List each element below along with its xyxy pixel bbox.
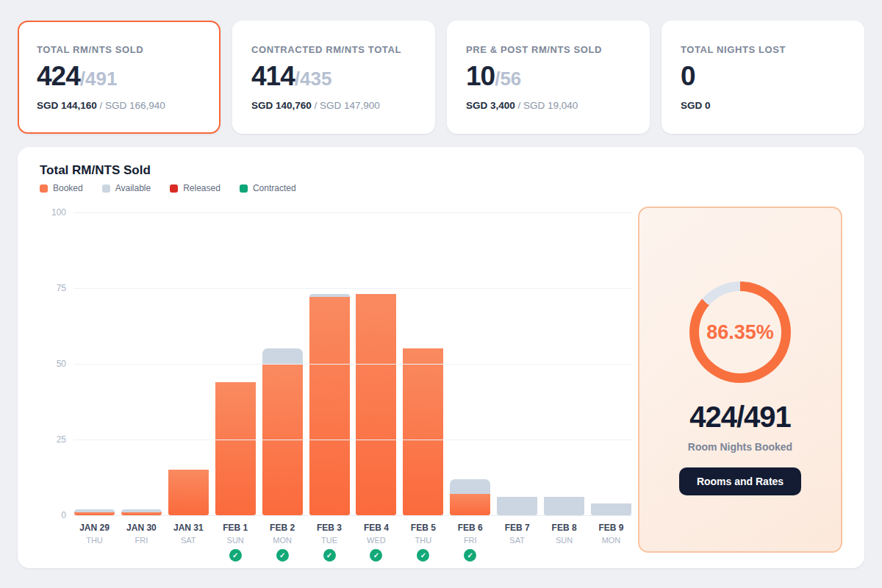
- kpi-sgd-line: SGD 140,760 / SGD 147,900: [251, 100, 416, 111]
- legend-item-released[interactable]: Released: [170, 183, 220, 193]
- bar-column-jan-29[interactable]: [74, 509, 115, 515]
- x-weekday-label: SAT: [497, 536, 537, 545]
- kpi-title: TOTAL NIGHTS LOST: [681, 44, 845, 55]
- legend-item-booked[interactable]: Booked: [40, 183, 83, 193]
- bar-column-feb-3[interactable]: [309, 294, 350, 515]
- x-weekday-label: SUN: [215, 536, 256, 545]
- bar-column-feb-6[interactable]: [450, 479, 490, 515]
- booked-bar-segment: [309, 297, 350, 515]
- kpi-sgd-secondary: / SGD 166,940: [97, 100, 165, 111]
- confirmed-check-icon: ✓: [276, 549, 289, 562]
- occupancy-donut-chart: 86.35%: [689, 282, 791, 383]
- donut-hole: 86.35%: [699, 291, 781, 373]
- x-date-label: FEB 6: [450, 523, 490, 533]
- legend-swatch-icon: [170, 184, 178, 193]
- kpi-total-value: /56: [495, 69, 521, 88]
- legend-label: Contracted: [253, 183, 296, 193]
- kpi-sgd-secondary: / SGD 19,040: [515, 100, 578, 111]
- kpi-total-value: /491: [80, 69, 118, 88]
- gridline: [74, 288, 632, 289]
- booked-bar-segment: [450, 494, 490, 515]
- booked-bar-segment: [356, 294, 396, 515]
- kpi-value-row: 424/491: [37, 62, 201, 90]
- available-bar-segment: [544, 497, 584, 515]
- kpi-sgd-main: SGD 140,760: [251, 100, 312, 111]
- gridline: [74, 440, 632, 440]
- legend-swatch-icon: [102, 184, 110, 193]
- kpi-card-total-nights-lost[interactable]: TOTAL NIGHTS LOST0SGD 0: [662, 21, 864, 134]
- bar-column-feb-8[interactable]: [544, 497, 584, 515]
- booked-bar-segment: [403, 348, 443, 515]
- room-nights-ratio: 424/491: [639, 401, 841, 434]
- bar-column-feb-4[interactable]: [356, 294, 396, 515]
- booked-bar-segment: [168, 470, 209, 515]
- x-weekday-label: THU: [74, 536, 115, 545]
- kpi-value-row: 414/435: [251, 62, 416, 90]
- confirmed-check-icon: ✓: [229, 549, 242, 562]
- x-date-label: FEB 8: [544, 523, 584, 533]
- x-label-jan-29: JAN 29THU: [74, 523, 115, 562]
- confirmed-check-icon: ✓: [323, 549, 336, 562]
- kpi-value-row: 0: [681, 62, 845, 90]
- x-label-feb-6: FEB 6FRI✓: [450, 523, 490, 562]
- occupancy-gauge-panel: 86.35% 424/491 Room Nights Booked Rooms …: [638, 207, 842, 553]
- chart-content: 0255075100 JAN 29THUJAN 30FRIJAN 31SATFE…: [40, 201, 842, 562]
- x-weekday-label: THU: [403, 536, 443, 545]
- x-date-label: JAN 31: [168, 523, 209, 533]
- x-weekday-label: TUE: [309, 536, 350, 545]
- legend-item-contracted[interactable]: Contracted: [240, 183, 296, 193]
- bar-column-feb-5[interactable]: [403, 348, 443, 515]
- bar-column-feb-7[interactable]: [497, 497, 537, 515]
- summary-cards: TOTAL RM/NTS SOLD424/491SGD 144,160 / SG…: [0, 0, 882, 134]
- chart-legend: BookedAvailableReleasedContracted: [40, 183, 842, 193]
- chart-card: Total RM/NTS Sold BookedAvailableRelease…: [18, 147, 864, 568]
- available-bar-segment: [591, 503, 631, 515]
- bar-column-jan-30[interactable]: [121, 509, 162, 515]
- room-nights-caption: Room Nights Booked: [639, 441, 841, 453]
- x-label-feb-7: FEB 7SAT: [497, 523, 537, 562]
- kpi-sgd-line: SGD 3,400 / SGD 19,040: [466, 100, 631, 111]
- kpi-sgd-main: SGD 0: [681, 100, 711, 111]
- x-label-feb-9: FEB 9MON: [591, 523, 631, 562]
- bar-chart: 0255075100 JAN 29THUJAN 30FRIJAN 31SATFE…: [40, 201, 632, 562]
- x-weekday-label: MON: [591, 536, 631, 545]
- bar-column-feb-1[interactable]: [215, 382, 256, 515]
- legend-label: Booked: [53, 183, 83, 193]
- kpi-card-contracted-rm-nts-total[interactable]: CONTRACTED RM/NTS TOTAL414/435SGD 140,76…: [232, 21, 435, 134]
- x-date-label: FEB 4: [356, 523, 396, 533]
- legend-item-available[interactable]: Available: [102, 183, 151, 193]
- plot-area: 0255075100: [74, 212, 632, 515]
- confirmed-check-icon: ✓: [370, 549, 382, 562]
- available-bar-segment: [497, 497, 537, 515]
- x-weekday-label: FRI: [121, 536, 162, 545]
- bar-column-feb-9[interactable]: [591, 503, 631, 515]
- kpi-value: 10: [466, 62, 495, 90]
- x-label-jan-31: JAN 31SAT: [168, 523, 209, 562]
- kpi-value: 414: [251, 62, 295, 90]
- x-label-feb-5: FEB 5THU✓: [403, 523, 443, 562]
- x-weekday-label: SAT: [168, 536, 209, 545]
- y-axis-tick-label: 0: [40, 510, 66, 520]
- x-label-feb-8: FEB 8SUN: [544, 523, 584, 562]
- x-date-label: FEB 9: [591, 523, 631, 533]
- kpi-card-total-rm-nts-sold[interactable]: TOTAL RM/NTS SOLD424/491SGD 144,160 / SG…: [18, 21, 220, 134]
- x-axis-labels: JAN 29THUJAN 30FRIJAN 31SATFEB 1SUN✓FEB …: [74, 523, 632, 562]
- bar-column-feb-2[interactable]: [262, 348, 303, 515]
- confirmed-check-icon: ✓: [417, 549, 429, 562]
- occupancy-percent: 86.35%: [706, 321, 774, 344]
- y-axis-tick-label: 75: [40, 283, 66, 293]
- x-date-label: FEB 2: [262, 523, 303, 533]
- kpi-value: 0: [681, 62, 695, 90]
- rooms-and-rates-button[interactable]: Rooms and Rates: [679, 467, 801, 495]
- confirmed-check-icon: ✓: [464, 549, 476, 562]
- available-bar-segment: [262, 348, 303, 364]
- y-axis-tick-label: 100: [40, 207, 66, 218]
- chart-title: Total RM/NTS Sold: [40, 163, 842, 178]
- legend-label: Available: [115, 183, 151, 193]
- gridline: [74, 212, 632, 213]
- bar-column-jan-31[interactable]: [168, 470, 209, 515]
- legend-swatch-icon: [240, 184, 248, 193]
- x-date-label: FEB 5: [403, 523, 443, 533]
- kpi-value: 424: [37, 62, 80, 90]
- kpi-card-pre-post-rm-nts-sold[interactable]: PRE & POST RM/NTS SOLD10/56SGD 3,400 / S…: [447, 21, 650, 134]
